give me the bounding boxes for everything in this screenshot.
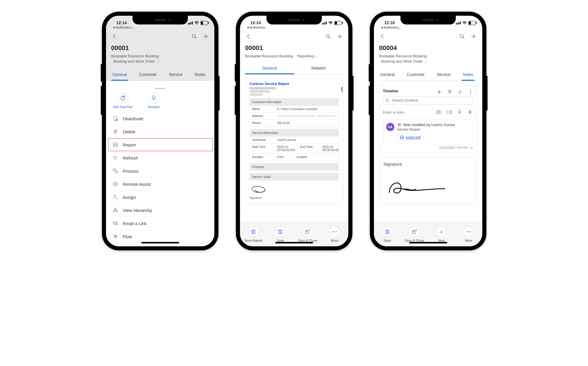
timeline-more-icon[interactable] (467, 89, 474, 95)
tab-service[interactable]: Service (436, 69, 452, 81)
svg-rect-4 (113, 169, 115, 171)
add-icon[interactable] (337, 33, 343, 40)
svg-rect-20 (306, 231, 307, 231)
refresh-icon (112, 155, 118, 161)
section-customer: Customer Information (250, 98, 339, 105)
screen-1: 12:14 Authentica... (106, 16, 214, 246)
search-icon[interactable] (325, 33, 331, 40)
back-button[interactable] (111, 33, 118, 40)
svg-rect-35 (386, 230, 388, 231)
svg-rect-9 (113, 211, 114, 212)
tab-general[interactable]: General (111, 69, 128, 81)
tab-notes[interactable]: Notes (194, 69, 207, 81)
tab-notes[interactable]: Notes (462, 69, 475, 81)
back-to-app[interactable]: Authentica... (106, 26, 214, 30)
cellular-icon (456, 22, 461, 24)
cmd-save[interactable]: Save (377, 227, 397, 242)
tab-customer[interactable]: Customer (138, 69, 158, 81)
report-preview[interactable]: Contoso Service Report Customer Informat… (245, 78, 343, 204)
home-indicator[interactable] (409, 242, 447, 243)
cmd-more[interactable]: More (459, 227, 478, 242)
add-icon[interactable] (471, 33, 477, 40)
cmd-save[interactable]: Save (271, 227, 290, 242)
timeline-filter-icon[interactable] (446, 89, 453, 95)
attachment[interactable]: PDF report.pdf (397, 134, 423, 141)
record-title: 00001 (245, 44, 343, 52)
svg-point-30 (438, 112, 439, 113)
attach-icon[interactable] (467, 109, 473, 115)
back-to-app[interactable]: Authentica... (374, 26, 482, 30)
menu-deactivate[interactable]: Deactivate (106, 112, 214, 125)
form-switcher[interactable]: Booking and Work Order⌄ (379, 59, 427, 63)
timeline-add-icon[interactable] (436, 89, 442, 95)
cmd-more[interactable]: More (325, 227, 345, 242)
add-icon[interactable] (203, 33, 209, 40)
sheet-handle[interactable] (155, 88, 165, 89)
form-switcher[interactable]: Reporting⌄ (297, 54, 317, 58)
clock: 12:16 (384, 20, 395, 25)
cmd-save-report[interactable]: Save Report (243, 227, 263, 242)
svg-point-19 (280, 232, 281, 233)
home-indicator[interactable] (141, 242, 179, 243)
section-service: Service Information (250, 129, 339, 136)
menu-view-hierarchy[interactable]: View Hierarchy (106, 204, 214, 217)
timeline-sort-icon[interactable] (457, 89, 463, 95)
menu-assign[interactable]: Assign (106, 190, 214, 204)
tab-customer[interactable]: Customer (406, 69, 426, 81)
hierarchy-icon (112, 207, 118, 213)
timeline-search[interactable]: Search timeline (383, 96, 473, 105)
camera-icon[interactable] (435, 109, 442, 115)
menu-flow[interactable]: Flow (106, 230, 214, 243)
battery-icon (200, 21, 208, 25)
row-duration: Duration:5760 Incident: (250, 154, 339, 161)
expand-icon[interactable] (470, 146, 473, 149)
menu-list: Deactivate Delete Report Refresh (106, 112, 214, 246)
cmd-new[interactable]: ＋ New (432, 227, 451, 242)
row-technician: Technician:User01 Aurora (250, 136, 339, 144)
menu-refresh[interactable]: Refresh (106, 151, 214, 164)
row-phone: Phone:555-0158 (250, 120, 339, 127)
form-switcher[interactable]: Booking and Work Order⌄ (111, 59, 159, 63)
avatar: UA (386, 123, 394, 131)
mic-icon[interactable] (456, 109, 463, 115)
menu-process[interactable]: Process (106, 164, 214, 177)
video-icon[interactable] (446, 109, 452, 115)
tab-general[interactable]: General (245, 63, 294, 74)
svg-point-27 (470, 93, 471, 94)
tab-bar: General Related (245, 63, 343, 75)
note-input[interactable]: Enter a note... (383, 110, 407, 114)
qa-start-task-flow[interactable]: Start Task Flow (112, 93, 133, 109)
row-address: Address:3137 Birchwood Dr Redmond, WA 98… (250, 113, 339, 120)
menu-delete[interactable]: Delete (106, 125, 214, 138)
menu-report[interactable]: Report (106, 138, 214, 151)
menu-email-a-link[interactable]: Email a Link (106, 217, 214, 230)
clock: 12:14 (250, 20, 261, 25)
signature-card[interactable]: Signature (379, 158, 477, 204)
search-icon[interactable] (459, 33, 465, 40)
svg-point-0 (192, 34, 195, 38)
back-button[interactable] (379, 33, 386, 40)
report-signature: Signature (250, 183, 339, 199)
tab-service[interactable]: Service (168, 69, 184, 81)
tab-general[interactable]: General (379, 69, 396, 81)
qa-assistant[interactable]: Assistant (143, 93, 164, 109)
svg-point-15 (342, 86, 343, 92)
back-to-app[interactable]: Authentica... (240, 26, 348, 30)
cmd-save-close[interactable]: Save & Close (405, 227, 424, 242)
note-icon (397, 123, 401, 127)
tab-bar: General Customer Service Notes (111, 69, 209, 81)
timeline-item[interactable]: UA Note modified by User01 Aurora Servic… (383, 120, 473, 144)
home-indicator[interactable] (275, 242, 313, 243)
phone-3: 12:16 Authentica... 00004 Bookable Resou… (370, 12, 486, 250)
battery-icon (334, 21, 342, 25)
menu-remote-assist[interactable]: Remote Assist (106, 177, 214, 190)
tab-related[interactable]: Related (294, 63, 343, 74)
record-subheader: Bookable Resource Booking· Reporting⌄ (245, 54, 343, 59)
back-button[interactable] (245, 33, 252, 40)
search-icon[interactable] (191, 33, 197, 40)
cmd-save-close[interactable]: Save & Close (298, 227, 317, 242)
svg-point-23 (336, 231, 337, 232)
svg-point-17 (253, 232, 254, 233)
svg-point-28 (386, 99, 388, 101)
svg-rect-18 (280, 230, 281, 231)
